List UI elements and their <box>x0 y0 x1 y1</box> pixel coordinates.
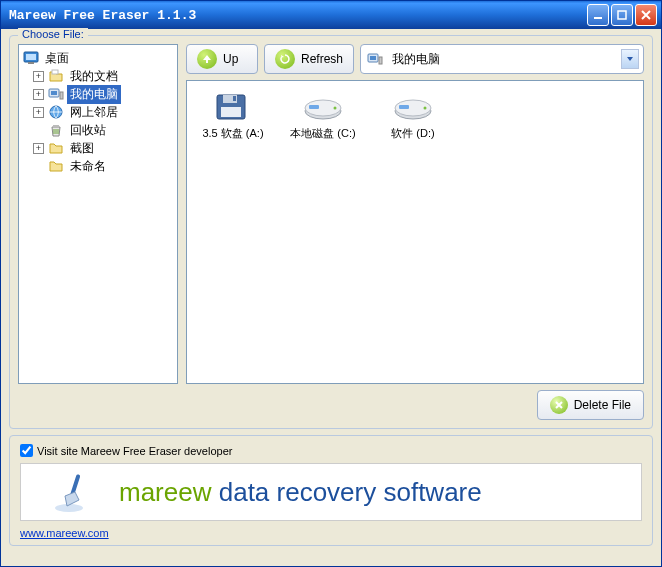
banner-brand: mareew <box>119 477 211 507</box>
refresh-icon <box>275 49 295 69</box>
svg-rect-4 <box>28 62 34 64</box>
svg-rect-17 <box>233 96 236 101</box>
delete-icon <box>550 396 568 414</box>
floppy-drive-icon <box>211 91 255 123</box>
svg-point-21 <box>334 107 337 110</box>
svg-rect-16 <box>221 107 241 117</box>
drive-item[interactable]: 软件 (D:) <box>377 91 449 140</box>
delete-row: Delete File <box>18 384 644 420</box>
right-pane: Up Refresh 我的电脑 <box>186 44 644 384</box>
hard-drive-icon <box>301 91 345 123</box>
tree-node[interactable]: 未命名 <box>21 157 175 175</box>
svg-rect-8 <box>60 92 63 99</box>
tree-node-label: 我的文档 <box>67 67 121 86</box>
svg-rect-12 <box>370 56 376 60</box>
drive-item[interactable]: 3.5 软盘 (A:) <box>197 91 269 140</box>
footer-group: Visit site Mareew Free Eraser developer … <box>9 435 653 546</box>
drive-label: 本地磁盘 (C:) <box>287 127 359 140</box>
hard-drive-icon <box>391 91 435 123</box>
window-title: Mareew Free Eraser 1.1.3 <box>5 8 585 23</box>
tree-node-label: 我的电脑 <box>67 85 121 104</box>
expand-icon[interactable]: + <box>33 89 44 100</box>
developer-url[interactable]: www.mareew.com <box>20 527 642 539</box>
folder-icon <box>48 140 64 156</box>
tree-node[interactable]: +我的文档 <box>21 67 175 85</box>
svg-rect-10 <box>53 125 59 127</box>
tree-node[interactable]: +我的电脑 <box>21 85 175 103</box>
computer-icon <box>48 86 64 102</box>
tree-node-label: 截图 <box>67 139 97 158</box>
svg-rect-7 <box>51 91 57 95</box>
minimize-button[interactable] <box>587 4 609 26</box>
visit-checkbox-input[interactable] <box>20 444 33 457</box>
tree-root-label: 桌面 <box>42 49 72 68</box>
delete-file-label: Delete File <box>574 398 631 412</box>
file-list[interactable]: 3.5 软盘 (A:)本地磁盘 (C:)软件 (D:) <box>186 80 644 384</box>
svg-rect-24 <box>399 105 409 109</box>
titlebar: Mareew Free Eraser 1.1.3 <box>1 1 661 29</box>
tree-node[interactable]: +截图 <box>21 139 175 157</box>
tree-root[interactable]: 桌面 <box>21 49 175 67</box>
up-label: Up <box>223 52 238 66</box>
toolbar: Up Refresh 我的电脑 <box>186 44 644 74</box>
folder-icon <box>48 158 64 174</box>
tree-node-label: 未命名 <box>67 157 109 176</box>
tree-node-label: 网上邻居 <box>67 103 121 122</box>
expand-icon[interactable]: + <box>33 71 44 82</box>
tree-node-label: 回收站 <box>67 121 109 140</box>
desktop-icon <box>23 50 39 66</box>
eraser-icon <box>51 470 95 514</box>
folder-tree[interactable]: 桌面 +我的文档+我的电脑+网上邻居回收站+截图未命名 <box>18 44 178 384</box>
banner[interactable]: mareew data recovery software <box>20 463 642 521</box>
path-combo[interactable]: 我的电脑 <box>360 44 644 74</box>
tree-node[interactable]: +网上邻居 <box>21 103 175 121</box>
refresh-label: Refresh <box>301 52 343 66</box>
computer-icon <box>367 51 383 67</box>
path-text: 我的电脑 <box>392 51 615 68</box>
visit-site-label: Visit site Mareew Free Eraser developer <box>37 445 232 457</box>
tree-node[interactable]: 回收站 <box>21 121 175 139</box>
banner-tagline: data recovery software <box>219 477 482 507</box>
app-window: Mareew Free Eraser 1.1.3 Choose File: 桌面 <box>0 0 662 567</box>
delete-file-button[interactable]: Delete File <box>537 390 644 420</box>
path-dropdown-button[interactable] <box>621 49 639 69</box>
banner-text: mareew data recovery software <box>119 477 482 508</box>
visit-site-checkbox[interactable]: Visit site Mareew Free Eraser developer <box>20 444 642 457</box>
maximize-button[interactable] <box>611 4 633 26</box>
drive-label: 软件 (D:) <box>377 127 449 140</box>
svg-rect-0 <box>594 17 602 19</box>
network-icon <box>48 104 64 120</box>
client-area: Choose File: 桌面 +我的文档+我的电脑+网上邻居回收站+截图未命名 <box>1 29 661 566</box>
expand-icon[interactable]: + <box>33 107 44 118</box>
up-button[interactable]: Up <box>186 44 258 74</box>
svg-rect-3 <box>26 54 36 60</box>
drive-item[interactable]: 本地磁盘 (C:) <box>287 91 359 140</box>
svg-point-25 <box>424 107 427 110</box>
up-arrow-icon <box>197 49 217 69</box>
docs-icon <box>48 68 64 84</box>
choose-file-group: Choose File: 桌面 +我的文档+我的电脑+网上邻居回收站+截图未命名 <box>9 35 653 429</box>
close-button[interactable] <box>635 4 657 26</box>
svg-rect-1 <box>618 11 626 19</box>
svg-rect-13 <box>379 57 382 64</box>
choose-file-label: Choose File: <box>18 28 88 40</box>
expand-icon[interactable]: + <box>33 143 44 154</box>
refresh-button[interactable]: Refresh <box>264 44 354 74</box>
recycle-icon <box>48 122 64 138</box>
drive-label: 3.5 软盘 (A:) <box>197 127 269 140</box>
svg-rect-5 <box>52 70 58 74</box>
svg-rect-20 <box>309 105 319 109</box>
